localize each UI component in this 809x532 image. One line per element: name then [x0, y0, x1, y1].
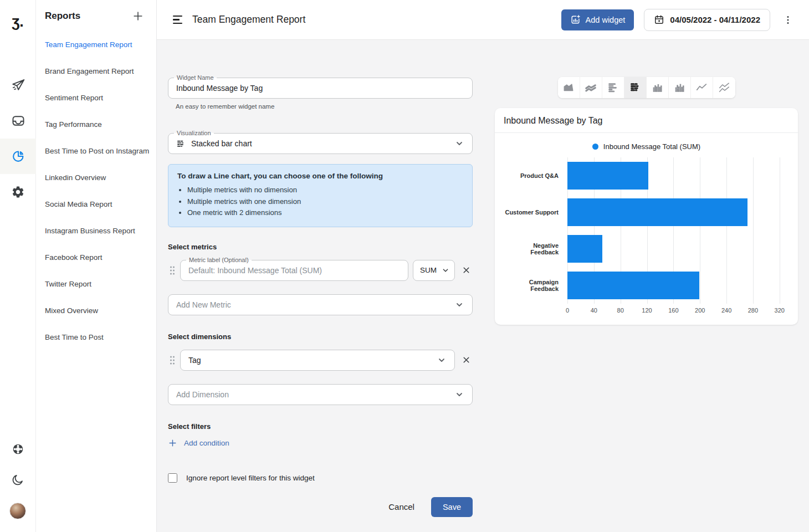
drag-handle-icon[interactable] — [168, 355, 177, 366]
bar-track — [567, 272, 789, 299]
cancel-button[interactable]: Cancel — [388, 502, 414, 511]
add-widget-label: Add widget — [586, 16, 626, 24]
stacked-area-chart-icon — [585, 81, 597, 94]
nav-dark-mode[interactable] — [0, 464, 36, 495]
date-range-button[interactable]: 04/05/2022 - 04/11/2022 — [644, 9, 770, 31]
aggregation-select[interactable]: SUM — [413, 260, 455, 281]
info-bullet: Multiple metrics with no dimension — [187, 185, 463, 196]
info-bullet-list: Multiple metrics with no dimension Multi… — [187, 185, 463, 219]
remove-metric-button[interactable] — [460, 264, 473, 277]
select-metrics-heading: Select metrics — [168, 243, 473, 251]
menu-icon[interactable] — [173, 16, 182, 24]
widget-name-label: Widget Name — [174, 74, 217, 81]
nav-inbox[interactable] — [0, 103, 36, 139]
sidebar-item-best-time-to-post[interactable]: Best Time to Post — [36, 324, 156, 350]
chart-type-stacked-area[interactable] — [580, 77, 602, 98]
avatar[interactable] — [9, 503, 26, 519]
plus-icon — [132, 10, 144, 22]
plus-icon — [168, 438, 177, 448]
sidebar-item-tag-performance[interactable]: Tag Performance — [36, 111, 156, 137]
nav-help[interactable] — [0, 433, 36, 464]
help-wheel-icon — [11, 442, 25, 456]
reports-sidebar-header: Reports — [36, 6, 156, 27]
visualization-select[interactable]: Visualization Stacked bar chart — [168, 133, 473, 154]
legend-dot — [592, 144, 598, 150]
moon-icon — [11, 473, 24, 487]
nav-publish[interactable] — [0, 68, 36, 103]
aggregation-value: SUM — [420, 266, 437, 274]
chart-type-column[interactable] — [647, 77, 669, 98]
add-condition-button[interactable]: Add condition — [168, 438, 229, 448]
chart-type-toolbar — [558, 77, 735, 98]
metric-row: Metric label (Optional) SUM — [168, 260, 473, 281]
add-widget-chart-plus-icon — [570, 14, 581, 25]
dimension-row: Tag — [168, 350, 473, 371]
app-logo[interactable]: ʒ. — [0, 0, 35, 43]
sidebar-item-best-time-to-post-on-instagram[interactable]: Best Time to Post on Instagram — [36, 137, 156, 164]
metric-label-input[interactable] — [188, 266, 400, 275]
stacked-bar-chart-icon — [629, 81, 641, 94]
chevron-down-icon — [454, 139, 464, 149]
report-list: Team Engagement ReportBrand Engagement R… — [36, 31, 156, 350]
x-tick-label: 320 — [775, 307, 785, 314]
widget-name-input[interactable] — [176, 84, 464, 93]
widget-name-field-wrap: Widget Name — [168, 78, 473, 99]
sidebar-item-team-engagement-report[interactable]: Team Engagement Report — [36, 31, 156, 58]
sidebar-item-instagram-business-report[interactable]: Instagram Business Report — [36, 217, 156, 244]
remove-dimension-button[interactable] — [460, 354, 473, 366]
legend-label: Inbound Message Total (SUM) — [603, 142, 700, 151]
category-label: Campaign Feedback — [504, 279, 559, 292]
nav-account[interactable] — [0, 495, 36, 526]
chart-type-line[interactable] — [691, 77, 713, 98]
chart-type-stacked-line[interactable] — [713, 77, 735, 98]
bar-chart-icon — [607, 81, 619, 94]
chart-type-stacked-bar[interactable] — [624, 77, 647, 98]
sidebar-item-social-media-report[interactable]: Social Media Report — [36, 191, 156, 217]
sidebar-item-twitter-report[interactable]: Twitter Report — [36, 270, 156, 297]
add-report-button[interactable] — [132, 10, 144, 22]
x-tick-label: 80 — [617, 307, 624, 314]
pie-chart-icon — [11, 149, 25, 163]
chart-type-stacked-column[interactable] — [669, 77, 691, 98]
bar-track — [567, 162, 789, 190]
inbox-icon — [11, 114, 25, 128]
chevron-down-icon — [441, 266, 450, 275]
divider — [495, 132, 798, 133]
plot-area: Product Q&ACustomer SupportNegative Feed… — [504, 157, 789, 304]
nav-reports[interactable] — [0, 139, 36, 174]
sidebar-item-facebook-report[interactable]: Facebook Report — [36, 244, 156, 270]
add-dimension-placeholder: Add Dimension — [176, 390, 229, 399]
legend-item[interactable]: Inbound Message Total (SUM) — [592, 142, 700, 151]
add-condition-label: Add condition — [184, 439, 229, 447]
save-button[interactable]: Save — [431, 497, 473, 517]
line-chart-icon — [695, 81, 708, 94]
x-tick-label: 160 — [668, 307, 678, 314]
add-dimension-select[interactable]: Add Dimension — [168, 384, 473, 405]
add-widget-button[interactable]: Add widget — [561, 9, 634, 30]
stacked-line-chart-icon — [718, 81, 730, 94]
more-options-button[interactable] — [780, 12, 796, 28]
select-filters-heading: Select filters — [168, 422, 473, 431]
add-new-metric-select[interactable]: Add New Metric — [168, 294, 473, 315]
date-range-label: 04/05/2022 - 04/11/2022 — [670, 15, 760, 24]
x-tick-label: 280 — [748, 307, 758, 314]
chart-type-area[interactable] — [558, 77, 580, 98]
drag-handle-icon[interactable] — [168, 265, 177, 276]
form-actions: Cancel Save — [168, 497, 473, 517]
sidebar-item-brand-engagement-report[interactable]: Brand Engagement Report — [36, 58, 156, 84]
x-tick-label: 0 — [566, 307, 569, 314]
chevron-down-icon — [454, 300, 464, 310]
nav-settings[interactable] — [0, 174, 36, 209]
dimension-select[interactable]: Tag — [180, 350, 455, 371]
ignore-filters-checkbox[interactable] — [168, 473, 177, 483]
chart-type-bar[interactable] — [602, 77, 624, 98]
sidebar-item-linkedin-overview[interactable]: Linkedin Overview — [36, 164, 156, 191]
stacked-column-chart-icon — [673, 81, 685, 94]
category-label: Customer Support — [504, 209, 559, 216]
kebab-menu-icon — [782, 14, 793, 25]
sidebar-item-mixed-overview[interactable]: Mixed Overview — [36, 297, 156, 324]
x-tick-label: 200 — [695, 307, 705, 314]
visualization-label: Visualization — [174, 129, 214, 137]
info-bullet: Multiple metrics with one dimension — [187, 196, 463, 208]
sidebar-item-sentiment-report[interactable]: Sentiment Report — [36, 84, 156, 111]
